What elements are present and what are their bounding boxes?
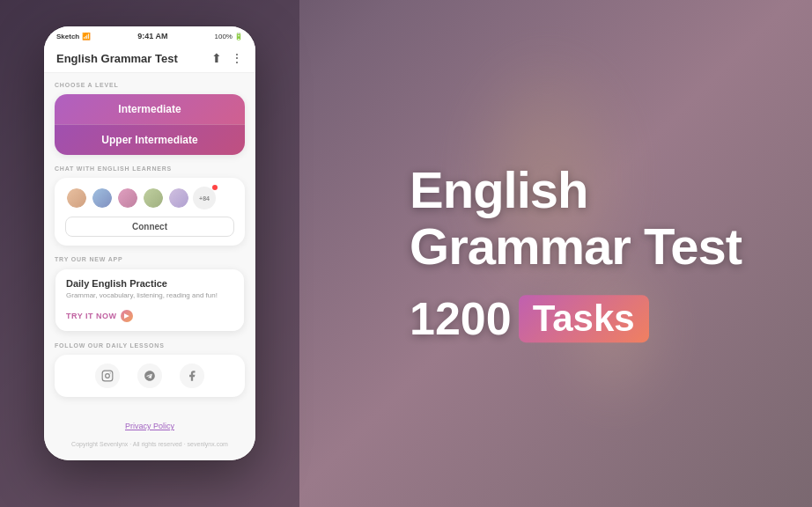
follow-section: FOLLOW OUR DAILY LESSONS	[55, 342, 245, 397]
hero-title: English Grammar Test	[410, 162, 742, 275]
svg-rect-0	[102, 371, 113, 381]
app-header: English Grammar Test ⬆ ⋮	[44, 44, 255, 73]
avatar-circle-4	[144, 188, 163, 208]
plus-count: +84	[199, 195, 210, 202]
try-app-description: Grammar, vocabulary, listening, reading …	[66, 291, 233, 299]
tasks-badge: Tasks	[519, 295, 649, 342]
avatar-circle-3	[118, 188, 137, 208]
avatar-circle-2	[92, 188, 112, 208]
app-content: CHOOSE A LEVEL Intermediate Upper Interm…	[44, 73, 255, 415]
hero-title-line1: English	[410, 161, 587, 218]
upper-intermediate-button[interactable]: Upper Intermediate	[55, 124, 245, 155]
share-icon[interactable]: ⬆	[211, 51, 222, 65]
tasks-label: Tasks	[533, 298, 635, 339]
avatar-1	[65, 187, 88, 209]
avatars-row: +84	[65, 187, 234, 209]
hero-title-line2: Grammar Test	[410, 217, 742, 275]
facebook-icon[interactable]	[180, 364, 204, 388]
copyright-text: Copyright Sevenlynx · All rights reserve…	[71, 441, 228, 447]
avatar-2	[91, 187, 114, 209]
level-section: CHOOSE A LEVEL Intermediate Upper Interm…	[55, 82, 245, 155]
header-icons: ⬆ ⋮	[211, 51, 243, 65]
more-icon[interactable]: ⋮	[231, 51, 243, 65]
telegram-icon[interactable]	[137, 364, 162, 388]
social-icons-row	[65, 364, 234, 388]
svg-point-2	[110, 372, 111, 373]
avatar-4	[142, 187, 165, 209]
status-right: 100% 🔋	[215, 33, 243, 40]
intermediate-button[interactable]: Intermediate	[55, 94, 245, 124]
app-title: English Grammar Test	[56, 52, 178, 65]
hero-content: English Grammar Test 1200 Tasks	[410, 162, 742, 345]
phone-footer: Privacy Policy Copyright Sevenlynx · All…	[44, 415, 255, 460]
avatar-5	[167, 187, 190, 209]
follow-label: FOLLOW OUR DAILY LESSONS	[55, 342, 245, 349]
notification-dot	[212, 185, 218, 190]
try-it-text: TRY IT NOW	[66, 312, 117, 320]
avatar-more: +84	[193, 187, 216, 209]
avatar-circle-1	[67, 188, 86, 208]
subtitle-row: 1200 Tasks	[410, 292, 742, 345]
try-app-card: Daily English Practice Grammar, vocabula…	[55, 268, 245, 332]
connect-button[interactable]: Connect	[65, 217, 234, 237]
privacy-policy-link[interactable]: Privacy Policy	[55, 422, 245, 430]
avatar-circle-5	[169, 188, 188, 208]
avatar-3	[116, 187, 139, 209]
wifi-icon: 📶	[82, 33, 91, 40]
try-app-label: TRY OUR NEW APP	[55, 256, 245, 262]
chat-card: +84 Connect	[55, 178, 245, 246]
tasks-number: 1200	[410, 292, 512, 345]
try-app-section: TRY OUR NEW APP Daily English Practice G…	[55, 256, 245, 332]
play-icon: ▶	[121, 310, 133, 322]
social-card	[55, 355, 245, 397]
status-bar: Sketch 📶 9:41 AM 100% 🔋	[44, 26, 255, 44]
phone-frame: Sketch 📶 9:41 AM 100% 🔋 English Grammar …	[44, 26, 255, 460]
carrier-text: Sketch	[56, 33, 79, 40]
status-time: 9:41 AM	[137, 32, 167, 40]
try-it-now-button[interactable]: TRY IT NOW ▶	[66, 310, 133, 322]
svg-point-1	[106, 374, 110, 378]
phone-mockup: Sketch 📶 9:41 AM 100% 🔋 English Grammar …	[44, 26, 255, 460]
choose-level-label: CHOOSE A LEVEL	[55, 82, 245, 88]
battery-icon: 🔋	[234, 33, 243, 40]
chat-label: CHAT WITH ENGLISH LEARNERS	[55, 165, 245, 172]
try-app-title: Daily English Practice	[66, 278, 233, 289]
chat-section: CHAT WITH ENGLISH LEARNERS	[55, 165, 245, 246]
status-left: Sketch 📶	[56, 33, 91, 40]
instagram-icon[interactable]	[95, 364, 120, 388]
level-card: Intermediate Upper Intermediate	[55, 94, 245, 155]
battery-text: 100%	[215, 33, 233, 40]
